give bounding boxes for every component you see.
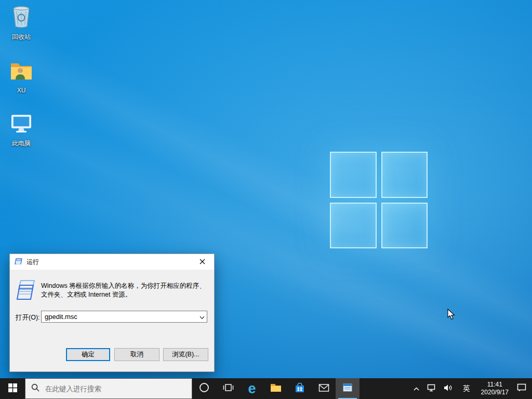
run-dialog-titlebar: 运行 — [10, 254, 214, 270]
run-program-icon — [17, 279, 36, 301]
close-button[interactable] — [191, 254, 214, 270]
close-icon — [200, 257, 205, 267]
open-combobox[interactable] — [41, 311, 207, 323]
cancel-button[interactable]: 取消 — [114, 348, 159, 361]
windows-logo-icon — [8, 383, 17, 394]
recycle-bin-icon — [9, 4, 34, 31]
windows-logo-pane — [330, 203, 377, 249]
mail-icon — [318, 383, 329, 394]
cortana-icon — [199, 382, 209, 395]
cortana-button[interactable] — [192, 378, 216, 399]
volume-button[interactable] — [440, 378, 457, 399]
open-field-label: 打开(O): — [16, 313, 40, 322]
windows-logo-pane — [330, 152, 377, 198]
start-button[interactable] — [0, 378, 25, 399]
edge-icon: e — [248, 382, 256, 396]
browse-button[interactable]: 浏览(B)... — [163, 348, 208, 361]
combobox-dropdown-button[interactable] — [197, 311, 207, 322]
task-view-icon — [223, 383, 234, 394]
tray-clock[interactable]: 11:41 2020/9/17 — [476, 378, 513, 399]
file-explorer-button[interactable] — [264, 378, 288, 399]
mail-button[interactable] — [312, 378, 336, 399]
windows-logo-pane — [381, 152, 428, 198]
volume-icon — [444, 384, 453, 394]
taskbar-app-run-active[interactable] — [336, 378, 360, 399]
run-dialog-title: 运行 — [26, 258, 39, 267]
run-command-input[interactable] — [42, 311, 197, 322]
desktop-icon-recycle-bin[interactable]: 回收站 — [4, 4, 38, 42]
network-button[interactable] — [423, 378, 440, 399]
tray-date: 2020/9/17 — [481, 389, 509, 396]
desktop-icon-label: 回收站 — [12, 33, 31, 42]
windows-logo-pane — [381, 203, 428, 249]
tray-time: 11:41 — [487, 381, 502, 389]
tray-overflow-button[interactable] — [409, 378, 423, 399]
run-dialog-icon — [15, 258, 23, 266]
desktop-icon-this-pc[interactable]: 此电脑 — [4, 111, 38, 148]
taskbar: e — [0, 378, 532, 399]
action-center-button[interactable] — [513, 378, 530, 399]
search-icon — [31, 383, 39, 394]
desktop-icon-label: 此电脑 — [12, 139, 31, 148]
file-explorer-icon — [270, 383, 282, 395]
ime-indicator[interactable]: 英 — [457, 378, 476, 399]
mmc-window-icon — [342, 383, 353, 394]
user-folder-icon — [9, 58, 34, 85]
wallpaper-windows-logo — [330, 152, 428, 248]
run-dialog-description: Windows 将根据你所输入的名称，为你打开相应的程序、 文件夹、文档或 In… — [41, 282, 206, 299]
store-button[interactable] — [288, 378, 312, 399]
chevron-down-icon — [200, 312, 205, 322]
description-line-1: Windows 将根据你所输入的名称，为你打开相应的程序、 — [41, 282, 206, 290]
taskbar-search[interactable] — [25, 378, 192, 399]
task-view-button[interactable] — [216, 378, 240, 399]
ok-button[interactable]: 确定 — [66, 348, 110, 361]
system-tray: 英 11:41 2020/9/17 — [409, 378, 532, 399]
store-icon — [295, 382, 305, 395]
description-line-2: 文件夹、文档或 Internet 资源。 — [41, 290, 206, 299]
action-center-icon — [517, 383, 526, 394]
desktop-icon-user-folder[interactable]: XU — [4, 58, 38, 94]
run-dialog: 运行 Windows 将根据你所输入的名称，为你打开相应的程序、 文件夹、文档或… — [9, 254, 215, 372]
desktop-icons: 回收站 XU 此电脑 — [4, 4, 38, 148]
network-icon — [427, 384, 436, 394]
desktop-icon-label: XU — [17, 87, 26, 94]
edge-button[interactable]: e — [240, 378, 264, 399]
search-input[interactable] — [44, 384, 186, 393]
chevron-up-icon — [413, 384, 420, 393]
this-pc-icon — [9, 111, 34, 138]
